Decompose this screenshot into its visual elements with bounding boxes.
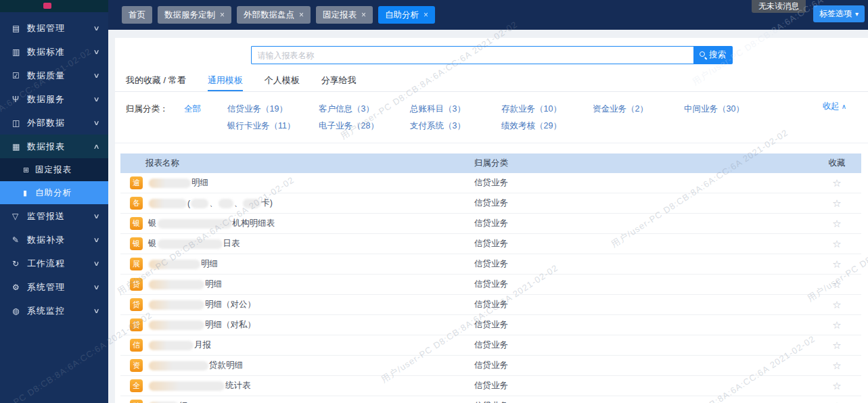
report-name-fragment: 日表: [223, 238, 240, 250]
search-bar: 搜索: [251, 46, 733, 64]
report-name-cell[interactable]: 贷 明细: [120, 278, 474, 291]
category-row-1: 归属分类： 全部 信贷业务（19） 客户信息（3） 总账科目（3） 存款业务（1…: [126, 101, 857, 118]
top-tab[interactable]: 外部数据盘点 ×: [237, 6, 311, 24]
category-link[interactable]: 中间业务（30）: [684, 101, 775, 118]
redacted-text-blur: [158, 219, 232, 229]
search-input[interactable]: [251, 46, 693, 64]
template-tabs: 我的收藏 / 常看 通用模板 个人模板 分享给我: [115, 70, 868, 92]
category-link[interactable]: 存款业务（10）: [501, 101, 593, 118]
template-tab[interactable]: 个人模板: [265, 70, 300, 91]
favorite-star-icon[interactable]: ☆: [832, 177, 841, 189]
tag-options-button[interactable]: 标签选项 ▾: [813, 5, 865, 22]
sidebar-item-label: 系统管理: [27, 281, 94, 293]
report-category: 信贷业务: [474, 279, 813, 290]
favorite-star-icon[interactable]: ☆: [832, 360, 841, 371]
report-name-cell[interactable]: 全 统计表: [120, 379, 474, 392]
sidebar-menu-item[interactable]: ◫ 外部数据 ∨: [0, 111, 108, 135]
header-category: 归属分类: [474, 158, 813, 169]
category-link[interactable]: 电子业务（28）: [319, 118, 410, 135]
close-icon[interactable]: ×: [424, 10, 428, 20]
report-name-cell[interactable]: 贷 明细（对私）: [120, 318, 474, 331]
redacted-text-blur: [149, 341, 193, 350]
top-tab[interactable]: 自助分析 ×: [378, 6, 435, 24]
favorite-star-icon[interactable]: ☆: [832, 238, 841, 250]
report-name-cell[interactable]: 各 (、、卡): [120, 197, 474, 210]
favorite-star-icon[interactable]: ☆: [832, 339, 841, 351]
category-link[interactable]: 绩效考核（29）: [501, 118, 593, 135]
table-row: 资 贷款明细 信贷业务 ☆: [120, 356, 861, 376]
regulatory-funnel-icon: ▽: [12, 212, 27, 221]
sidebar-item-label: 工作流程: [27, 258, 94, 270]
favorite-star-icon[interactable]: ☆: [832, 319, 841, 331]
top-tab[interactable]: 数据服务定制 ×: [158, 6, 231, 24]
sidebar-menu-item[interactable]: ◍ 系统监控 ∨: [0, 299, 108, 323]
sidebar-menu-item[interactable]: ✎ 数据补录 ∨: [0, 228, 108, 252]
favorite-star-icon[interactable]: ☆: [832, 400, 841, 403]
sidebar-menu-item[interactable]: ▤ 数据管理 ∨: [0, 16, 108, 40]
report-type-badge: 贷: [130, 298, 143, 311]
template-tab[interactable]: 分享给我: [321, 70, 357, 91]
report-name-cell[interactable]: 贴 细: [120, 400, 474, 403]
sidebar-menu-item[interactable]: ▥ 数据标准 ∨: [0, 40, 108, 64]
search-icon: [700, 51, 707, 59]
category-link[interactable]: 资金业务（2）: [593, 101, 684, 118]
top-tab[interactable]: 首页: [122, 6, 152, 24]
close-icon[interactable]: ×: [361, 10, 366, 20]
category-link[interactable]: 信贷业务（19）: [227, 101, 319, 118]
category-all-link[interactable]: 全部: [184, 101, 227, 118]
sidebar-menu-item[interactable]: ↻ 工作流程 ∨: [0, 252, 108, 275]
favorite-star-icon[interactable]: ☆: [832, 279, 841, 290]
top-tab-label: 固定报表: [323, 9, 357, 21]
report-name-cell[interactable]: 展 明细: [120, 258, 474, 270]
search-button[interactable]: 搜索: [693, 46, 733, 64]
favorite-star-icon[interactable]: ☆: [832, 197, 841, 209]
template-tab[interactable]: 我的收藏 / 常看: [126, 70, 186, 91]
redacted-text-blur: [149, 280, 204, 289]
sidebar-menu-item[interactable]: ☑ 数据质量 ∨: [0, 64, 108, 87]
chevron-down-icon: ∨: [93, 283, 99, 291]
report-chart-icon: ▦: [12, 142, 27, 151]
sidebar-menu-item[interactable]: Ψ 数据服务 ∨: [0, 87, 108, 111]
table-row: 逾 明细 信贷业务 ☆: [120, 173, 861, 193]
sidebar-item-label: 固定报表: [35, 164, 99, 176]
data-entry-edit-icon: ✎: [12, 235, 27, 245]
report-name-fragment: 明细: [201, 258, 218, 270]
collapse-link[interactable]: 收起∧: [823, 101, 846, 112]
top-tab-label: 自助分析: [385, 9, 419, 21]
chevron-down-icon: ∨: [93, 260, 99, 267]
report-name: 明细: [148, 177, 208, 189]
table-row: 贷 明细 信贷业务 ☆: [120, 275, 861, 295]
close-icon[interactable]: ×: [299, 10, 304, 20]
category-filter-label: 归属分类：: [126, 101, 184, 118]
report-name-cell[interactable]: 贷 明细（对公）: [120, 298, 474, 311]
report-name-cell[interactable]: 银 银机构明细表: [120, 217, 474, 230]
top-tab[interactable]: 固定报表 ×: [316, 6, 373, 24]
report-name-cell[interactable]: 逾 明细: [120, 176, 474, 189]
search-row: 搜索: [115, 38, 868, 64]
category-link[interactable]: 支付系统（3）: [410, 118, 501, 135]
report-name-cell[interactable]: 银 银日表: [120, 237, 474, 250]
category-link[interactable]: 总账科目（3）: [410, 101, 501, 118]
close-icon[interactable]: ×: [220, 10, 225, 20]
category-link[interactable]: 客户信息（3）: [319, 101, 410, 118]
chevron-down-icon: ∨: [93, 119, 99, 126]
favorite-star-icon[interactable]: ☆: [832, 380, 841, 392]
favorite-star-icon[interactable]: ☆: [832, 299, 841, 310]
header-report-name: 报表名称: [120, 158, 474, 169]
report-name-cell[interactable]: 资 贷款明细: [120, 359, 474, 372]
template-tab-label: 我的收藏 / 常看: [126, 74, 186, 87]
sidebar-item-label: 数据补录: [27, 234, 94, 246]
self-analysis-file-icon: ▮: [23, 189, 35, 197]
monitor-globe-icon: ◍: [12, 306, 27, 316]
category-link[interactable]: 银行卡业务（11）: [227, 118, 319, 135]
sidebar-menu-item[interactable]: ▦ 数据报表 ∧: [0, 135, 108, 158]
sidebar-menu-item[interactable]: ⊞ 固定报表: [0, 158, 108, 181]
sidebar-menu-item[interactable]: ▽ 监管报送 ∨: [0, 204, 108, 228]
template-tab[interactable]: 通用模板: [208, 70, 243, 91]
chevron-down-icon: ∨: [93, 307, 99, 314]
sidebar-menu-item[interactable]: ⚙ 系统管理 ∨: [0, 275, 108, 299]
sidebar-menu-item[interactable]: ▮ 自助分析: [0, 181, 108, 204]
favorite-star-icon[interactable]: ☆: [832, 258, 841, 270]
favorite-star-icon[interactable]: ☆: [832, 218, 841, 229]
report-name-cell[interactable]: 信 月报: [120, 339, 474, 352]
